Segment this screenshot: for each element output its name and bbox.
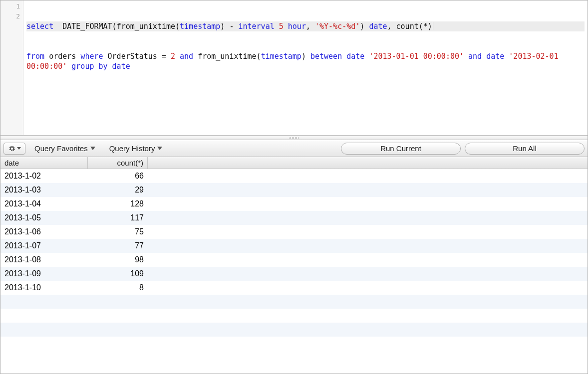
chevron-down-icon <box>90 147 95 150</box>
horizontal-splitter[interactable] <box>0 135 588 140</box>
cell-count: 109 <box>88 269 148 278</box>
table-row-empty <box>0 295 588 309</box>
run-current-button[interactable]: Run Current <box>341 143 461 155</box>
table-row[interactable]: 2013-1-0777 <box>0 239 588 253</box>
cell-count: 117 <box>88 213 148 222</box>
chevron-down-icon <box>157 147 162 150</box>
table-row[interactable]: 2013-1-04128 <box>0 197 588 211</box>
cell-date: 2013-1-06 <box>0 227 88 236</box>
line-number: 2 <box>0 11 23 21</box>
gear-icon <box>8 145 15 152</box>
table-row[interactable]: 2013-1-09109 <box>0 267 588 281</box>
line-number-gutter: 1 2 <box>0 0 23 135</box>
table-row-empty <box>0 309 588 323</box>
query-toolbar: Query Favorites Query History Run Curren… <box>0 140 588 157</box>
results-header: date count(*) <box>0 157 588 169</box>
cell-date: 2013-1-03 <box>0 186 88 194</box>
cell-count: 128 <box>88 199 148 208</box>
cell-date: 2013-1-04 <box>0 199 88 208</box>
column-header-date[interactable]: date <box>0 157 88 169</box>
sql-editor[interactable]: 1 2 select DATE_FORMAT(from_unixtime(tim… <box>0 0 588 135</box>
cell-count: 77 <box>88 241 148 250</box>
table-row[interactable]: 2013-1-0329 <box>0 183 588 197</box>
cell-date: 2013-1-08 <box>0 255 88 264</box>
table-row[interactable]: 2013-1-0675 <box>0 225 588 239</box>
results-grid[interactable]: 2013-1-02662013-1-03292013-1-041282013-1… <box>0 169 588 337</box>
cell-count: 8 <box>88 283 148 292</box>
table-row[interactable]: 2013-1-05117 <box>0 211 588 225</box>
cell-date: 2013-1-05 <box>0 213 88 222</box>
column-header-count[interactable]: count(*) <box>88 157 148 169</box>
run-all-button[interactable]: Run All <box>465 143 585 155</box>
query-history-label: Query History <box>109 144 155 153</box>
code-line[interactable]: from orders where OrderStatus = 2 and fr… <box>26 51 585 71</box>
table-row[interactable]: 2013-1-108 <box>0 281 588 295</box>
table-row[interactable]: 2013-1-0266 <box>0 169 588 183</box>
gear-menu-button[interactable] <box>3 143 25 155</box>
cell-count: 29 <box>88 186 148 194</box>
line-number: 1 <box>0 1 23 11</box>
chevron-down-icon <box>17 147 21 150</box>
cell-count: 75 <box>88 227 148 236</box>
cell-date: 2013-1-02 <box>0 172 88 181</box>
cell-count: 98 <box>88 255 148 264</box>
query-favorites-menu[interactable]: Query Favorites <box>29 144 100 153</box>
cell-date: 2013-1-07 <box>0 241 88 250</box>
table-row-empty <box>0 323 588 337</box>
table-row[interactable]: 2013-1-0898 <box>0 253 588 267</box>
query-history-menu[interactable]: Query History <box>104 144 168 153</box>
cell-date: 2013-1-09 <box>0 269 88 278</box>
code-area[interactable]: select DATE_FORMAT(from_unixtime(timesta… <box>23 0 588 92</box>
cell-date: 2013-1-10 <box>0 283 88 292</box>
query-favorites-label: Query Favorites <box>34 144 88 153</box>
code-line[interactable]: select DATE_FORMAT(from_unixtime(timesta… <box>26 21 585 31</box>
cell-count: 66 <box>88 172 148 181</box>
